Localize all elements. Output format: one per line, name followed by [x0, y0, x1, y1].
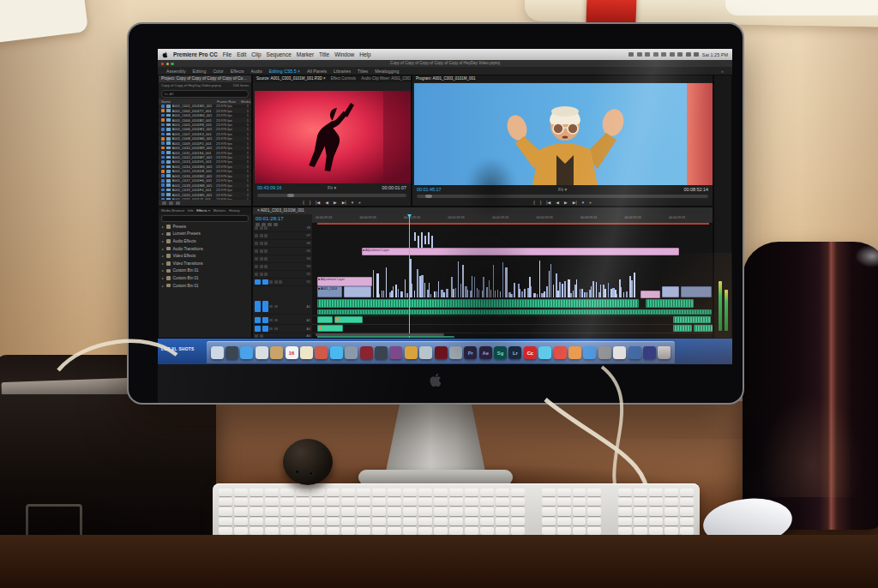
timeline-clip[interactable]: [317, 309, 712, 315]
effects-search-input[interactable]: [161, 215, 249, 222]
workspace-tab-editing-cs5-5[interactable]: Editing CS5.5 ×: [269, 69, 300, 74]
track-target-button[interactable]: [262, 301, 268, 313]
dropbox-icon[interactable]: [628, 52, 634, 57]
apple-menu-icon[interactable]: [162, 51, 168, 58]
mute-track-icon[interactable]: [269, 305, 273, 309]
twirl-down-icon[interactable]: ▸: [162, 276, 164, 280]
transport-mark-out-button[interactable]: }: [310, 201, 311, 205]
program-video-frame[interactable]: [414, 83, 713, 185]
toggle-track-output-icon[interactable]: [255, 234, 258, 237]
twirl-down-icon[interactable]: ▸: [162, 231, 164, 236]
playhead[interactable]: [409, 214, 410, 338]
dock-icon-finder[interactable]: [211, 346, 224, 359]
dock-icon-photoshop[interactable]: [643, 346, 656, 359]
menu-item-edit[interactable]: Edit: [237, 51, 246, 57]
twirl-down-icon[interactable]: ▸: [162, 239, 164, 243]
toggle-track-output-icon[interactable]: [255, 226, 258, 230]
workspace-tab-titles[interactable]: Titles: [358, 69, 368, 74]
track-header-a1[interactable]: A1: [253, 299, 312, 315]
twirl-down-icon[interactable]: ▸: [162, 247, 164, 251]
project-clip-row[interactable]: A001_C001_0101M5_00123.976 fps1: [159, 104, 251, 108]
dock-icon-quicktime[interactable]: [345, 346, 358, 359]
effects-bin-row[interactable]: ▸Custom Bin 01: [159, 282, 251, 290]
effects-bin-row[interactable]: ▸Presets: [159, 223, 251, 231]
timeline-clip[interactable]: [317, 316, 333, 323]
twirl-down-icon[interactable]: ▸: [162, 268, 164, 273]
timeline-clip[interactable]: [334, 316, 363, 323]
source-scrub-handle[interactable]: [287, 194, 294, 197]
notification-center-icon[interactable]: [694, 52, 699, 57]
dock-icon-preview[interactable]: [256, 346, 268, 359]
dock-icon-dvd-player[interactable]: [435, 346, 448, 359]
toggle-sync-lock-icon[interactable]: [260, 249, 263, 253]
dock-icon-itunes[interactable]: [554, 346, 567, 359]
toggle-track-lock-icon[interactable]: [264, 226, 268, 230]
workspace-tab-all-panels[interactable]: All Panels: [307, 69, 327, 74]
timeline-clip[interactable]: [317, 325, 343, 332]
dock-icon-app-teal[interactable]: [538, 346, 551, 359]
window-traffic-lights[interactable]: [161, 63, 174, 65]
list-view-icon[interactable]: [162, 201, 166, 205]
source-tab-2[interactable]: Audio Clip Mixer: A001_C003_0101M_001: [361, 75, 411, 82]
project-clip-row[interactable]: A001_C006_0101M1_00123.976 fps1: [159, 127, 251, 131]
display-icon[interactable]: [637, 52, 642, 57]
dock-icon-lightroom[interactable]: Lr: [508, 346, 521, 359]
source-current-timecode[interactable]: 00:43:09:16: [257, 185, 281, 190]
source-video-frame[interactable]: [255, 91, 411, 183]
track-header-v5[interactable]: V5: [253, 248, 312, 255]
transport-go-to-in-button[interactable]: |◀: [316, 201, 320, 205]
workspace-tab-audio[interactable]: Audio: [251, 69, 262, 74]
source-tab-0[interactable]: Source: A001_C003_0101M_001.R3D ×: [256, 75, 326, 82]
toggle-track-output-icon[interactable]: [255, 273, 258, 276]
program-tab[interactable]: Program: A001_C003_0101M_001: [416, 75, 476, 82]
effects-bin-row[interactable]: ▸Custom Bin 01: [159, 274, 251, 282]
dock-icon-premiere[interactable]: Pr: [464, 346, 477, 359]
twirl-down-icon[interactable]: ▸: [162, 284, 164, 288]
transport-step-forward-button[interactable]: ▶|: [342, 201, 346, 205]
program-fit-dropdown[interactable]: Fit ▾: [558, 187, 567, 192]
workspace-tab-metalogging[interactable]: Metalogging: [375, 69, 399, 74]
effects-tab-markers[interactable]: Markers: [213, 207, 226, 214]
twirl-down-icon[interactable]: ▸: [162, 261, 164, 266]
track-header-v3[interactable]: V3: [253, 263, 312, 271]
timeline-clip[interactable]: [317, 299, 639, 308]
track-target-button[interactable]: [262, 279, 268, 285]
menu-item-file[interactable]: File: [223, 51, 232, 57]
source-target-button[interactable]: [255, 317, 261, 323]
close-window-button[interactable]: [161, 63, 164, 65]
toggle-sync-lock-icon[interactable]: [274, 280, 278, 284]
timeline-clip[interactable]: [681, 286, 712, 297]
source-target-button[interactable]: [255, 326, 261, 332]
battery-icon[interactable]: [677, 52, 683, 57]
new-bin-icon[interactable]: [176, 201, 180, 205]
track-header-a2[interactable]: A2: [253, 316, 312, 325]
project-clip-row[interactable]: A001_C011_0101S4_00123.976 fps1: [159, 150, 251, 154]
project-clip-row[interactable]: A001_C015_0101D8_00123.976 fps1: [159, 169, 251, 173]
transport-mark-in-button[interactable]: {: [533, 201, 535, 205]
workspace-tab-libraries[interactable]: Libraries: [334, 69, 351, 74]
timeline-clip[interactable]: [673, 316, 711, 323]
twirl-down-icon[interactable]: ▸: [162, 254, 164, 258]
toggle-track-lock-icon[interactable]: [264, 242, 268, 245]
dock-icon-messages[interactable]: [330, 346, 343, 359]
project-clip-row[interactable]: A001_C018_0101M8_00123.976 fps1: [159, 183, 251, 187]
track-header-v1[interactable]: V1: [253, 279, 312, 286]
track-header-v6[interactable]: V6: [253, 240, 312, 248]
effects-bin-row[interactable]: ▸Video Transitions: [159, 260, 251, 267]
menu-item-sequence[interactable]: Sequence: [267, 51, 292, 57]
track-header-v4[interactable]: V4: [253, 255, 312, 263]
timeline-horizontal-scrollbar[interactable]: [316, 333, 444, 336]
project-clip-row[interactable]: A001_C010_0101M9_00123.976 fps1: [159, 146, 251, 150]
track-header-a3[interactable]: A3: [253, 325, 312, 333]
dock-icon-imovie[interactable]: [375, 346, 388, 359]
menu-item-help[interactable]: Help: [359, 51, 370, 57]
dock-icon-chess[interactable]: [419, 346, 432, 359]
project-clip-row[interactable]: A001_C020_0101M5_00123.976 fps1: [159, 192, 251, 196]
toggle-track-lock-icon[interactable]: [264, 257, 268, 261]
effects-tab-media-browser[interactable]: Media Browser: [161, 207, 184, 214]
track-header-v8[interactable]: V8: [253, 225, 312, 232]
toggle-sync-lock-icon[interactable]: [260, 265, 263, 268]
menu-item-premiere-pro-cc[interactable]: Premiere Pro CC: [173, 51, 218, 57]
toggle-sync-lock-icon[interactable]: [260, 234, 263, 237]
transport-mark-in-button[interactable]: {: [303, 201, 304, 205]
